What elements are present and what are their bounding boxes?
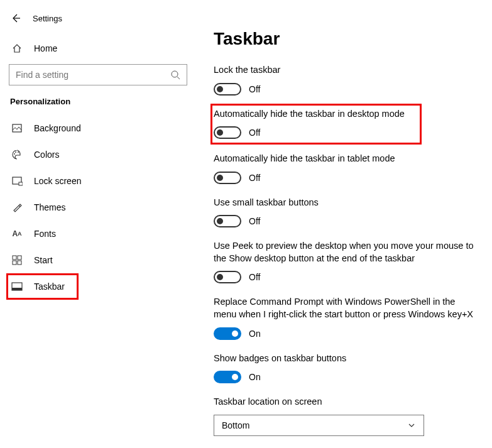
setting-autohide-tablet: Automatically hide the taskbar in tablet…	[214, 153, 479, 184]
setting-peek: Use Peek to preview the desktop when you…	[214, 240, 479, 283]
sidebar: Settings Home Personalization Background…	[0, 0, 195, 448]
section-title: Personalization	[10, 97, 195, 106]
taskbar-icon	[11, 281, 23, 292]
setting-small-buttons: Use small taskbar buttons Off	[214, 197, 479, 228]
sidebar-item-taskbar[interactable]: Taskbar	[6, 273, 79, 300]
sidebar-item-label: Lock screen	[34, 176, 81, 186]
picture-icon	[11, 123, 23, 134]
svg-rect-8	[18, 256, 21, 260]
toggle-badges[interactable]	[214, 371, 241, 383]
header-row: Settings	[6, 9, 195, 36]
setting-label: Automatically hide the taskbar in deskto…	[214, 108, 418, 121]
setting-label: Automatically hide the taskbar in tablet…	[214, 153, 479, 165]
search-icon	[170, 70, 180, 80]
toggle-state: On	[249, 329, 261, 339]
toggle-small-buttons[interactable]	[214, 215, 241, 227]
sidebar-item-fonts[interactable]: AA Fonts	[6, 221, 195, 247]
toggle-peek[interactable]	[214, 271, 241, 283]
svg-point-4	[18, 151, 19, 153]
search-input[interactable]	[16, 70, 160, 80]
content-area: Taskbar Lock the taskbar Off Automatical…	[195, 0, 492, 448]
toggle-lock-taskbar[interactable]	[214, 83, 241, 96]
chevron-down-icon	[407, 421, 416, 430]
sidebar-item-label: Background	[34, 123, 81, 133]
svg-rect-10	[18, 261, 21, 265]
sidebar-item-label: Themes	[34, 202, 66, 212]
setting-badges: Show badges on taskbar buttons On	[214, 352, 479, 384]
sidebar-item-start[interactable]: Start	[6, 247, 195, 273]
sidebar-item-label: Taskbar	[34, 281, 65, 292]
setting-label: Use small taskbar buttons	[214, 197, 479, 209]
setting-autohide-desktop: Automatically hide the taskbar in deskto…	[212, 106, 420, 143]
app-title: Settings	[33, 14, 62, 23]
page-title: Taskbar	[214, 29, 479, 49]
svg-rect-12	[12, 288, 22, 290]
home-icon	[11, 43, 23, 54]
dropdown-taskbar-location[interactable]: Bottom	[214, 415, 424, 436]
themes-icon	[11, 202, 23, 213]
search-box[interactable]	[9, 64, 187, 85]
sidebar-item-background[interactable]: Background	[6, 115, 195, 141]
setting-label: Use Peek to preview the desktop when you…	[214, 240, 479, 265]
svg-rect-9	[13, 261, 16, 265]
back-button[interactable]	[10, 13, 21, 24]
toggle-state: Off	[249, 128, 260, 138]
toggle-state: Off	[249, 272, 260, 282]
setting-label: Show badges on taskbar buttons	[214, 352, 479, 365]
setting-label: Replace Command Prompt with Windows Powe…	[214, 296, 479, 320]
sidebar-item-lockscreen[interactable]: Lock screen	[6, 168, 195, 194]
palette-icon	[11, 149, 23, 160]
start-icon	[11, 254, 23, 266]
toggle-autohide-desktop[interactable]	[214, 126, 241, 139]
svg-rect-6	[19, 182, 23, 185]
sidebar-item-themes[interactable]: Themes	[6, 194, 195, 221]
sidebar-item-label: Start	[34, 255, 53, 265]
toggle-state: Off	[249, 216, 260, 226]
toggle-autohide-tablet[interactable]	[214, 172, 241, 184]
dropdown-value: Bottom	[222, 420, 249, 430]
svg-point-2	[14, 153, 15, 155]
setting-taskbar-location: Taskbar location on screen Bottom	[214, 396, 479, 436]
sidebar-item-colors[interactable]: Colors	[6, 141, 195, 168]
toggle-state: Off	[249, 84, 260, 94]
toggle-state: On	[249, 372, 261, 382]
svg-point-3	[15, 151, 16, 153]
svg-point-0	[172, 71, 178, 77]
lockscreen-icon	[11, 175, 23, 187]
sidebar-item-label: Colors	[34, 150, 59, 160]
fonts-icon: AA	[11, 228, 23, 239]
svg-rect-7	[13, 256, 16, 260]
home-label: Home	[34, 43, 57, 53]
setting-label: Taskbar location on screen	[214, 396, 479, 408]
home-nav[interactable]: Home	[6, 36, 195, 62]
setting-powershell: Replace Command Prompt with Windows Powe…	[214, 296, 479, 339]
toggle-state: Off	[249, 173, 260, 183]
setting-lock-taskbar: Lock the taskbar Off	[214, 64, 479, 96]
setting-label: Lock the taskbar	[214, 64, 479, 77]
toggle-powershell[interactable]	[214, 327, 241, 340]
sidebar-item-label: Fonts	[34, 229, 56, 239]
